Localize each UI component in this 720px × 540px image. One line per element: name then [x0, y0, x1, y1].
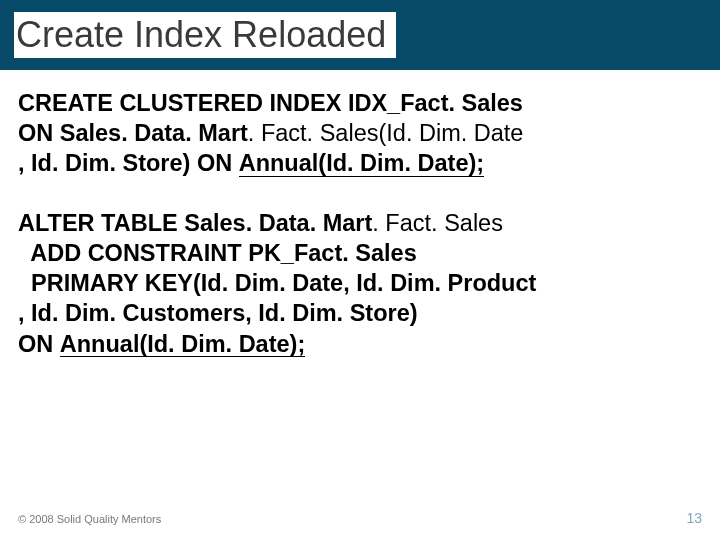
slide-content: CREATE CLUSTERED INDEX IDX_Fact. Sales O… [0, 70, 720, 359]
slide: Create Index Reloaded CREATE CLUSTERED I… [0, 0, 720, 540]
underlined-text: Annual(Id. Dim. Date); [60, 332, 305, 358]
code-line: ADD CONSTRAINT PK_Fact. Sales [18, 238, 704, 268]
code-line: , Id. Dim. Store) ON Annual(Id. Dim. Dat… [18, 148, 704, 178]
code-line: , Id. Dim. Customers, Id. Dim. Store) [18, 298, 704, 328]
code-line: ALTER TABLE Sales. Data. Mart. Fact. Sal… [18, 208, 704, 238]
code-line: PRIMARY KEY(Id. Dim. Date, Id. Dim. Prod… [18, 268, 704, 298]
copyright-text: © 2008 Solid Quality Mentors [18, 513, 161, 525]
code-line: CREATE CLUSTERED INDEX IDX_Fact. Sales [18, 88, 704, 118]
code-line: ON Annual(Id. Dim. Date); [18, 329, 704, 359]
sql-block-2: ALTER TABLE Sales. Data. Mart. Fact. Sal… [18, 208, 704, 358]
footer: © 2008 Solid Quality Mentors 13 [18, 510, 702, 526]
underlined-text: Annual(Id. Dim. Date); [239, 151, 484, 177]
code-line: ON Sales. Data. Mart. Fact. Sales(Id. Di… [18, 118, 704, 148]
page-number: 13 [686, 510, 702, 526]
sql-block-1: CREATE CLUSTERED INDEX IDX_Fact. Sales O… [18, 88, 704, 178]
slide-title: Create Index Reloaded [14, 12, 396, 58]
title-band: Create Index Reloaded [0, 0, 720, 70]
